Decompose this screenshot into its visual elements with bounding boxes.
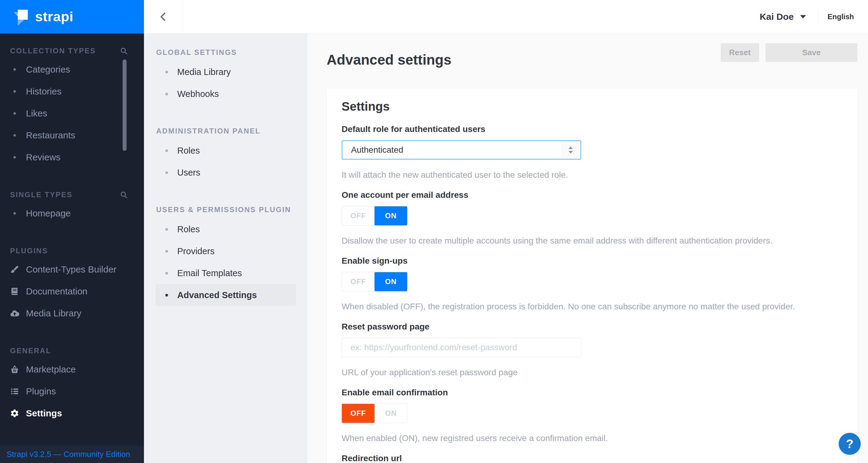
field-one-account-per-email-address: One account per email addressOFFONDisall… xyxy=(342,191,843,245)
user-menu[interactable]: Kai Doe xyxy=(760,11,794,22)
bullet-icon xyxy=(10,112,19,114)
topbar-divider xyxy=(817,11,818,23)
toggle-on-button[interactable]: ON xyxy=(374,404,407,423)
toggle-off-button[interactable]: OFF xyxy=(342,206,374,225)
bullet-icon xyxy=(165,294,168,297)
subnav-item-advanced-settings[interactable]: Advanced Settings xyxy=(156,284,296,306)
enable-sign-ups-toggle: OFFON xyxy=(342,272,407,291)
sidebar-item-media-library[interactable]: Media Library xyxy=(10,302,144,324)
back-button[interactable] xyxy=(144,0,183,34)
main-content: Advanced settings Reset Save Settings De… xyxy=(307,34,868,463)
sidebar-footer: Strapi v3.2.5 — Community Edition xyxy=(0,445,144,463)
help-button[interactable]: ? xyxy=(839,433,861,455)
search-icon[interactable] xyxy=(120,47,128,55)
sidebar-item-settings[interactable]: Settings xyxy=(10,402,144,424)
field-helper-text: When enabled (ON), new registred users r… xyxy=(342,434,843,442)
sidebar-section-general: GENERALMarketplacePluginsSettings xyxy=(0,346,144,424)
field-label: One account per email address xyxy=(342,191,843,199)
sidebar-section-single-types: SINGLE TYPESHomepage xyxy=(0,190,144,224)
toggle-off-button[interactable]: OFF xyxy=(342,404,374,423)
sidebar-item-label: Content-Types Builder xyxy=(26,264,117,275)
sidebar-item-documentation[interactable]: Documentation xyxy=(10,280,144,302)
sidebar-section-title: GENERAL xyxy=(10,346,51,355)
page-title: Advanced settings xyxy=(327,52,452,68)
sidebar-item-content-types-builder[interactable]: Content-Types Builder xyxy=(10,259,144,280)
subnav-group-global-settings: GLOBAL SETTINGSMedia LibraryWebhooks xyxy=(144,48,307,105)
subnav-item-label: Roles xyxy=(177,146,200,156)
sidebar-item-label: Marketplace xyxy=(26,364,75,374)
subnav-item-media-library[interactable]: Media Library xyxy=(156,61,296,83)
bullet-icon xyxy=(10,134,19,137)
strapi-logo[interactable]: strapi xyxy=(0,0,144,34)
sidebar-item-label: Likes xyxy=(26,108,47,119)
subnav-item-roles[interactable]: Roles xyxy=(156,140,296,162)
stepper-icon[interactable] xyxy=(561,141,580,159)
field-label: Redirection url xyxy=(342,454,843,463)
reset-password-page-input[interactable] xyxy=(342,338,581,357)
strapi-logo-icon xyxy=(11,7,30,26)
default-role-for-authenticated-users-select[interactable]: Authenticated xyxy=(342,140,581,160)
subnav-item-providers[interactable]: Providers xyxy=(156,240,296,262)
save-button[interactable]: Save xyxy=(766,43,857,62)
sidebar-item-label: Restaurants xyxy=(26,130,75,140)
sidebar-section-header: COLLECTION TYPES xyxy=(10,46,144,56)
subnav-item-label: Advanced Settings xyxy=(177,290,257,300)
settings-card: Settings Default role for authenticated … xyxy=(327,89,858,463)
toggle-on-button[interactable]: ON xyxy=(374,206,407,225)
subnav-group-administration-panel: ADMINISTRATION PANELRolesUsers xyxy=(144,127,307,184)
field-helper-text: URL of your application's reset password… xyxy=(342,368,843,377)
language-selector[interactable]: English xyxy=(828,12,854,21)
field-enable-email-confirmation: Enable email confirmationOFFONWhen enabl… xyxy=(342,388,843,442)
sidebar-section-title: SINGLE TYPES xyxy=(10,191,72,199)
field-enable-sign-ups: Enable sign-upsOFFONWhen disabled (OFF),… xyxy=(342,257,843,311)
sidebar-section-plugins: PLUGINSContent-Types BuilderDocumentatio… xyxy=(0,246,144,324)
caret-down-icon[interactable] xyxy=(800,14,806,19)
search-icon[interactable] xyxy=(120,191,128,199)
bullet-icon xyxy=(10,90,19,93)
strapi-version-link[interactable]: Strapi v3.2.5 — Community Edition xyxy=(7,450,130,459)
bullet-icon xyxy=(165,228,168,231)
field-label: Reset password page xyxy=(342,323,843,331)
topbar: Kai Doe English xyxy=(144,0,868,34)
sidebar-item-label: Categories xyxy=(26,64,70,75)
toggle-on-button[interactable]: ON xyxy=(374,272,407,291)
bullet-icon xyxy=(10,156,19,159)
bullet-icon xyxy=(165,272,168,275)
sidebar-item-homepage[interactable]: Homepage xyxy=(10,202,144,224)
sidebar-item-label: Reviews xyxy=(26,152,60,162)
main-sidebar: strapi COLLECTION TYPESCategoriesHistori… xyxy=(0,0,144,463)
gear-icon xyxy=(10,409,19,418)
sidebar-item-marketplace[interactable]: Marketplace xyxy=(10,359,144,381)
subnav-item-label: Providers xyxy=(177,246,215,256)
basket-icon xyxy=(10,365,19,374)
subnav-group-title: USERS & PERMISSIONS PLUGIN xyxy=(156,205,307,214)
subnav-item-label: Media Library xyxy=(177,67,231,77)
subnav-item-webhooks[interactable]: Webhooks xyxy=(156,83,296,105)
field-helper-text: Disallow the user to create multiple acc… xyxy=(342,236,843,245)
subnav-item-email-templates[interactable]: Email Templates xyxy=(156,262,296,284)
reset-button[interactable]: Reset xyxy=(721,43,759,62)
sidebar-section-header: PLUGINS xyxy=(10,246,144,256)
subnav-item-label: Users xyxy=(177,168,200,178)
strapi-admin-app: strapi COLLECTION TYPESCategoriesHistori… xyxy=(0,0,868,463)
sidebar-item-plugins[interactable]: Plugins xyxy=(10,381,144,402)
sidebar-item-label: Documentation xyxy=(26,286,88,297)
bullet-icon xyxy=(165,71,168,73)
subnav-item-users[interactable]: Users xyxy=(156,162,296,184)
sidebar-scrollbar[interactable] xyxy=(123,60,127,151)
sidebar-item-label: Histories xyxy=(26,86,62,97)
field-label: Enable email confirmation xyxy=(342,388,843,397)
settings-card-heading: Settings xyxy=(342,100,843,113)
topbar-right: Kai Doe English xyxy=(760,11,868,23)
field-default-role-for-authenticated-users: Default role for authenticated usersAuth… xyxy=(342,125,843,179)
bullet-icon xyxy=(165,93,168,95)
toggle-off-button[interactable]: OFF xyxy=(342,272,374,291)
sidebar-item-label: Homepage xyxy=(26,208,71,219)
strapi-logo-text: strapi xyxy=(35,9,73,25)
bullet-icon xyxy=(165,250,168,253)
subnav-group-title: GLOBAL SETTINGS xyxy=(156,48,307,57)
subnav-item-roles[interactable]: Roles xyxy=(156,218,296,240)
sidebar-section-title: COLLECTION TYPES xyxy=(10,46,96,55)
field-reset-password-page: Reset password pageURL of your applicati… xyxy=(342,323,843,377)
subnav-group-users-permissions-plugin: USERS & PERMISSIONS PLUGINRolesProviders… xyxy=(144,205,307,306)
